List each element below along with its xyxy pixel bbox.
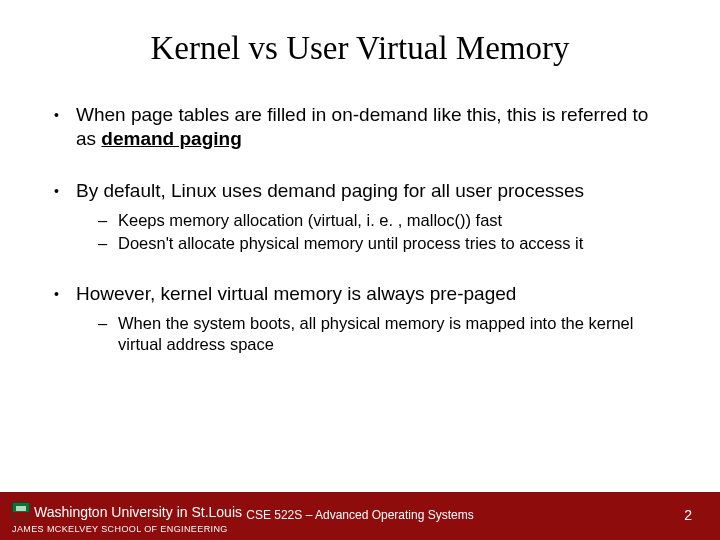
- bullet-text: By default, Linux uses demand paging for…: [76, 180, 584, 201]
- sub-bullet-list: Keeps memory allocation (virtual, i. e. …: [76, 210, 670, 253]
- sub-bullet-text: Keeps memory allocation (virtual, i. e. …: [118, 211, 502, 229]
- slide-content: When page tables are filled in on-demand…: [50, 103, 670, 355]
- page-number: 2: [684, 507, 692, 523]
- bullet-text: However, kernel virtual memory is always…: [76, 283, 516, 304]
- bullet-list: When page tables are filled in on-demand…: [50, 103, 670, 355]
- sub-bullet-text: Doesn't allocate physical memory until p…: [118, 234, 583, 252]
- sub-bullet-item: Keeps memory allocation (virtual, i. e. …: [96, 210, 670, 231]
- footer-bar: Washington University in St.Louis JAMES …: [0, 492, 720, 540]
- bullet-item: By default, Linux uses demand paging for…: [50, 179, 670, 254]
- sub-bullet-item: When the system boots, all physical memo…: [96, 313, 670, 354]
- bullet-item: When page tables are filled in on-demand…: [50, 103, 670, 151]
- sub-bullet-list: When the system boots, all physical memo…: [76, 313, 670, 354]
- bullet-item: However, kernel virtual memory is always…: [50, 282, 670, 355]
- bullet-bold: demand paging: [101, 128, 241, 149]
- sub-bullet-text: When the system boots, all physical memo…: [118, 314, 633, 353]
- sub-bullet-item: Doesn't allocate physical memory until p…: [96, 233, 670, 254]
- school-name: JAMES MCKELVEY SCHOOL OF ENGINEERING: [12, 524, 262, 534]
- slide: Kernel vs User Virtual Memory When page …: [0, 0, 720, 540]
- course-label: CSE 522S – Advanced Operating Systems: [0, 508, 720, 522]
- slide-title: Kernel vs User Virtual Memory: [50, 30, 670, 67]
